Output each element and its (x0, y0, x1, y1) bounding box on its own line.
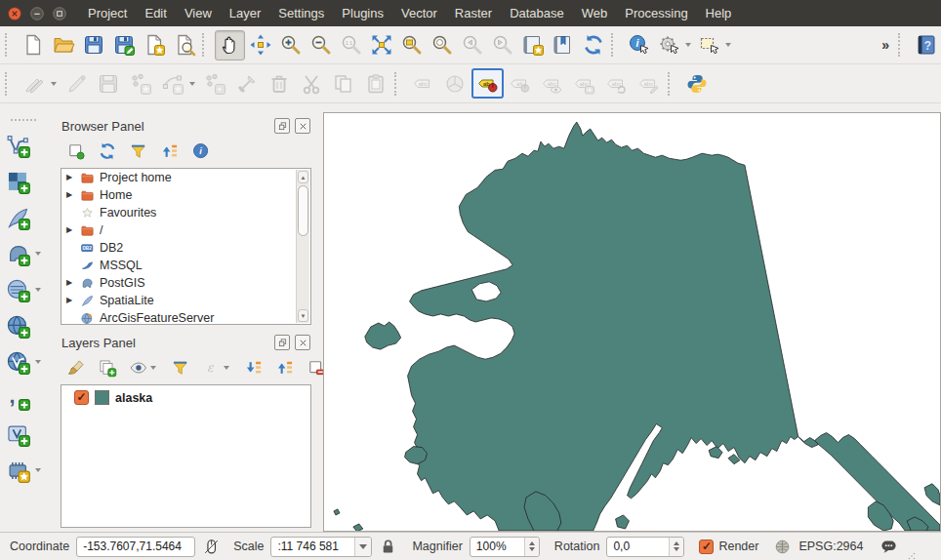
crs-status[interactable]: EPSG:2964 (798, 540, 863, 553)
menu-web[interactable]: Web (573, 0, 617, 26)
menu-processing[interactable]: Processing (616, 0, 696, 26)
browser-collapse-tree-button[interactable] (159, 140, 180, 161)
menu-settings[interactable]: Settings (269, 0, 333, 26)
add-wfs-layer-button[interactable] (5, 348, 44, 376)
add-postgis-layer-button[interactable] (5, 240, 44, 267)
menu-plugins[interactable]: Plugins (333, 0, 392, 26)
new-project-button[interactable] (18, 30, 48, 60)
show-bookmarks-button[interactable] (548, 30, 578, 60)
add-postgis-layer-dropdown-caret[interactable] (35, 252, 41, 256)
map-canvas[interactable] (323, 112, 941, 532)
zoom-next-button[interactable] (487, 30, 517, 60)
browser-item-db2[interactable]: DB2DB2 (61, 239, 310, 257)
add-vector-layer-button[interactable] (5, 132, 31, 159)
browser-item-postgis[interactable]: ▶PostGIS (61, 274, 310, 292)
layers-epsilon-button[interactable]: ε (201, 357, 222, 378)
show-hide-labels-button[interactable]: abc (536, 68, 568, 99)
layers-paintbrush-button[interactable] (65, 357, 86, 378)
render-checkbox-group[interactable]: ✓ Render (699, 540, 758, 554)
menu-database[interactable]: Database (501, 0, 573, 26)
toolbar-separator[interactable] (5, 33, 13, 57)
delete-selected-button[interactable] (263, 68, 295, 99)
layers-add-group-button[interactable] (97, 357, 117, 378)
rotation-spin-buttons[interactable] (669, 538, 683, 556)
toolbar-handle[interactable] (11, 119, 36, 121)
cut-features-button[interactable] (295, 68, 327, 99)
menu-edit[interactable]: Edit (136, 0, 175, 26)
toolbar-separator[interactable] (668, 72, 675, 96)
layers-panel-float-button[interactable] (274, 335, 290, 350)
select-features-button[interactable] (694, 30, 724, 60)
layers-eye-button[interactable] (128, 357, 148, 378)
current-edits-button[interactable] (18, 68, 50, 99)
expand-arrow-icon[interactable]: ▶ (66, 221, 75, 239)
help-button[interactable]: ? (911, 30, 941, 60)
save-layer-edits-button[interactable] (92, 68, 124, 99)
change-label-button[interactable]: abc (633, 68, 665, 99)
open-project-button[interactable] (48, 30, 78, 60)
new-bookmark-button[interactable] (517, 30, 548, 60)
expand-arrow-icon[interactable]: ▶ (66, 169, 75, 186)
browser-item-arcgisfeatureserver[interactable]: ArcGisFeatureServer (61, 309, 310, 325)
toolbar-separator[interactable] (394, 72, 402, 96)
layer-diagram-button[interactable] (439, 68, 471, 99)
layers-panel-close-button[interactable] (295, 335, 310, 350)
add-wms-layer-button[interactable] (5, 312, 31, 340)
menu-project[interactable]: Project (79, 0, 136, 26)
menu-view[interactable]: View (176, 0, 221, 26)
pan-map-button[interactable] (215, 30, 245, 60)
toolbar-overflow-button[interactable]: » (874, 37, 895, 53)
browser-item-mssql[interactable]: MSSQL (61, 257, 310, 274)
add-wfs-layer-dropdown-caret[interactable] (35, 360, 41, 364)
window-minimize-button[interactable] (29, 6, 45, 21)
pan-to-selection-button[interactable] (245, 30, 275, 60)
expand-arrow-icon[interactable]: ▶ (66, 292, 75, 309)
unpin-labels-button[interactable]: ab (504, 68, 536, 99)
scroll-down-button[interactable]: ▼ (298, 309, 308, 322)
layer-visibility-checkbox[interactable]: ✓ (74, 390, 89, 405)
add-mssql-layer-dropdown-caret[interactable] (35, 288, 41, 292)
expand-arrow-icon[interactable]: ▶ (66, 186, 75, 204)
browser-info-blue-button[interactable]: i (190, 140, 211, 161)
move-feature-button[interactable] (198, 68, 230, 99)
layout-manager-button[interactable] (169, 30, 199, 60)
toolbar-separator[interactable] (202, 33, 210, 57)
coordinate-input[interactable]: -153.7607,71.5464 (76, 537, 195, 557)
browser-item-home[interactable]: ▶Home (61, 186, 310, 204)
new-memory-layer-button[interactable] (5, 457, 44, 484)
browser-funnel-button[interactable] (128, 140, 148, 161)
python-console-button[interactable] (680, 68, 713, 99)
layers-funnel-button[interactable] (170, 357, 190, 378)
layers-eye-caret[interactable] (150, 366, 156, 370)
paste-features-button[interactable] (359, 68, 391, 99)
lock-scale-icon[interactable] (379, 538, 397, 556)
vertex-tool-button[interactable] (230, 68, 263, 99)
browser-item-favourites[interactable]: Favourites (61, 204, 310, 221)
zoom-to-selection-button[interactable] (396, 30, 427, 60)
toggle-extents-mouse-icon[interactable] (202, 538, 221, 556)
layer-row-alaska[interactable]: ✓ alaska (61, 385, 310, 405)
window-maximize-button[interactable] (52, 6, 67, 21)
layers-expand-tree-button[interactable] (243, 357, 264, 378)
zoom-native-button[interactable]: 1:1 (336, 30, 366, 60)
browser-item--[interactable]: ▶/ (61, 221, 310, 239)
pin-labels-button[interactable]: ab (471, 68, 504, 99)
run-feature-action-dropdown-caret[interactable] (685, 43, 691, 47)
messages-button[interactable] (880, 538, 898, 556)
scale-combobox[interactable]: :11 746 581 (270, 537, 372, 557)
menu-help[interactable]: Help (697, 0, 741, 26)
rotate-label-button[interactable]: abc (600, 68, 633, 99)
zoom-to-layer-button[interactable] (427, 30, 457, 60)
window-close-button[interactable] (7, 6, 22, 21)
zoom-last-button[interactable] (457, 30, 487, 60)
add-virtual-layer-button[interactable] (5, 420, 31, 448)
menu-raster[interactable]: Raster (446, 0, 501, 26)
toolbar-separator[interactable] (898, 33, 906, 57)
select-features-dropdown-caret[interactable] (725, 43, 731, 47)
browser-item-project-home[interactable]: ▶Project home (61, 169, 310, 186)
browser-panel-float-button[interactable] (274, 118, 290, 134)
magnifier-spin-buttons[interactable] (524, 538, 539, 556)
menu-vector[interactable]: Vector (392, 0, 446, 26)
save-project-button[interactable] (78, 30, 108, 60)
zoom-out-button[interactable] (306, 30, 336, 60)
